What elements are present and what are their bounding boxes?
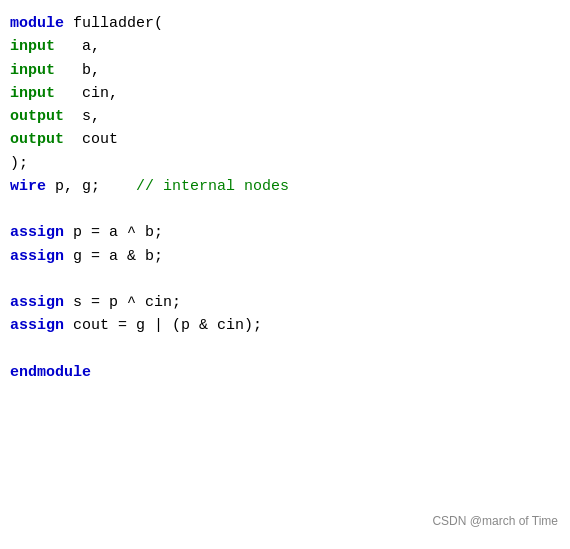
code-block: module fulladder(input a,input b,input c… bbox=[10, 12, 560, 384]
code-line: assign s = p ^ cin; bbox=[10, 291, 560, 314]
code-token: output bbox=[10, 128, 64, 151]
code-token: cout bbox=[64, 128, 118, 151]
code-line: assign p = a ^ b; bbox=[10, 221, 560, 244]
code-token: cout = g | (p & cin); bbox=[64, 314, 262, 337]
code-line: input a, bbox=[10, 35, 560, 58]
code-token: p = a ^ b; bbox=[64, 221, 163, 244]
code-token: p, g; bbox=[46, 175, 136, 198]
code-token: assign bbox=[10, 314, 64, 337]
code-token: s, bbox=[64, 105, 100, 128]
code-token: b, bbox=[55, 59, 100, 82]
code-token: g = a & b; bbox=[64, 245, 163, 268]
code-line: output s, bbox=[10, 105, 560, 128]
code-token: input bbox=[10, 59, 55, 82]
code-token: assign bbox=[10, 221, 64, 244]
blank-line bbox=[10, 268, 560, 291]
code-token: s = p ^ cin; bbox=[64, 291, 181, 314]
code-token: fulladder( bbox=[73, 12, 163, 35]
code-token: cin, bbox=[55, 82, 118, 105]
code-token: endmodule bbox=[10, 361, 91, 384]
code-token: a, bbox=[55, 35, 100, 58]
watermark: CSDN @march of Time bbox=[432, 512, 558, 531]
code-token: wire bbox=[10, 175, 46, 198]
code-line: wire p, g; // internal nodes bbox=[10, 175, 560, 198]
code-token: input bbox=[10, 82, 55, 105]
code-line: input cin, bbox=[10, 82, 560, 105]
code-line: output cout bbox=[10, 128, 560, 151]
code-token: ); bbox=[10, 152, 28, 175]
code-line: endmodule bbox=[10, 361, 560, 384]
code-line: ); bbox=[10, 152, 560, 175]
code-token: input bbox=[10, 35, 55, 58]
code-token: assign bbox=[10, 291, 64, 314]
code-line: assign cout = g | (p & cin); bbox=[10, 314, 560, 337]
code-container: module fulladder(input a,input b,input c… bbox=[0, 0, 570, 549]
code-token: output bbox=[10, 105, 64, 128]
blank-line bbox=[10, 338, 560, 361]
code-line: module fulladder( bbox=[10, 12, 560, 35]
code-token: // internal nodes bbox=[136, 175, 289, 198]
blank-line bbox=[10, 198, 560, 221]
code-token: module bbox=[10, 12, 73, 35]
code-line: assign g = a & b; bbox=[10, 245, 560, 268]
code-token: assign bbox=[10, 245, 64, 268]
code-line: input b, bbox=[10, 59, 560, 82]
